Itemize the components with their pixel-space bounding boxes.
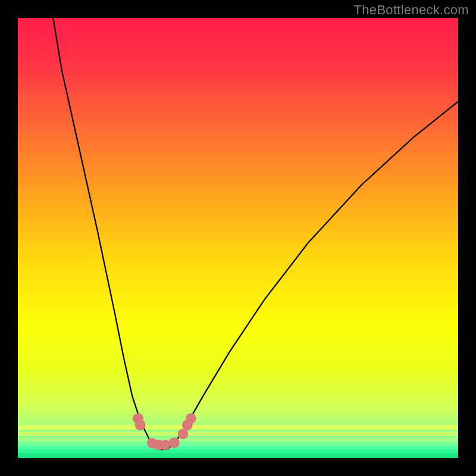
bottleneck-curve — [53, 18, 458, 449]
chart-frame: TheBottleneck.com — [0, 0, 476, 476]
watermark-text: TheBottleneck.com — [354, 2, 469, 18]
threshold-marker — [169, 437, 180, 448]
threshold-marker — [135, 420, 146, 431]
threshold-marker — [160, 440, 171, 450]
threshold-markers — [133, 414, 196, 450]
threshold-marker — [186, 414, 196, 424]
plot-area — [18, 18, 458, 458]
curve-layer — [18, 18, 458, 458]
